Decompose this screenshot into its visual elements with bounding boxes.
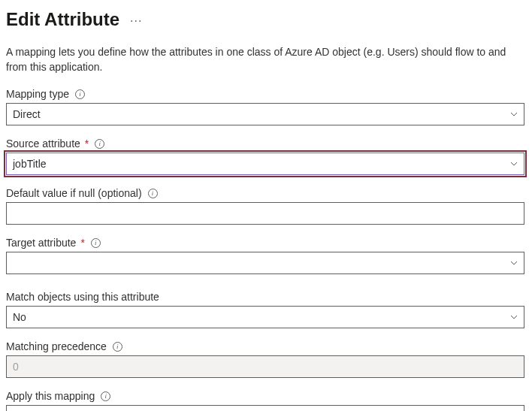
source-attribute-select[interactable]: jobTitle — [6, 153, 524, 175]
info-icon[interactable]: i — [91, 238, 101, 248]
info-icon[interactable]: i — [148, 189, 158, 198]
matching-precedence-input: 0 — [6, 355, 524, 378]
source-attribute-value: jobTitle — [13, 158, 47, 170]
mapping-type-value: Direct — [13, 108, 41, 120]
default-value-label: Default value if null (optional) — [6, 187, 142, 199]
apply-mapping-select[interactable]: Always — [6, 405, 524, 411]
match-objects-select[interactable]: No — [6, 306, 524, 328]
required-indicator: * — [80, 237, 84, 249]
required-indicator: * — [85, 138, 89, 150]
info-icon[interactable]: i — [95, 139, 104, 149]
matching-precedence-label: Matching precedence — [6, 340, 107, 352]
mapping-type-label: Mapping type — [6, 88, 69, 100]
match-objects-value: No — [13, 311, 26, 323]
match-objects-label: Match objects using this attribute — [6, 291, 159, 303]
page-description: A mapping lets you define how the attrib… — [6, 45, 524, 74]
page-title: Edit Attribute — [6, 9, 119, 30]
more-actions-icon[interactable]: ··· — [130, 11, 142, 28]
mapping-type-select[interactable]: Direct — [6, 103, 524, 125]
default-value-input[interactable] — [6, 202, 524, 225]
matching-precedence-value: 0 — [13, 361, 19, 373]
info-icon[interactable]: i — [113, 342, 122, 352]
target-attribute-select[interactable] — [6, 252, 524, 274]
info-icon[interactable]: i — [101, 391, 110, 401]
apply-mapping-label: Apply this mapping — [6, 390, 95, 402]
info-icon[interactable]: i — [75, 89, 85, 99]
target-attribute-label: Target attribute — [6, 237, 76, 249]
source-attribute-label: Source attribute — [6, 138, 80, 150]
